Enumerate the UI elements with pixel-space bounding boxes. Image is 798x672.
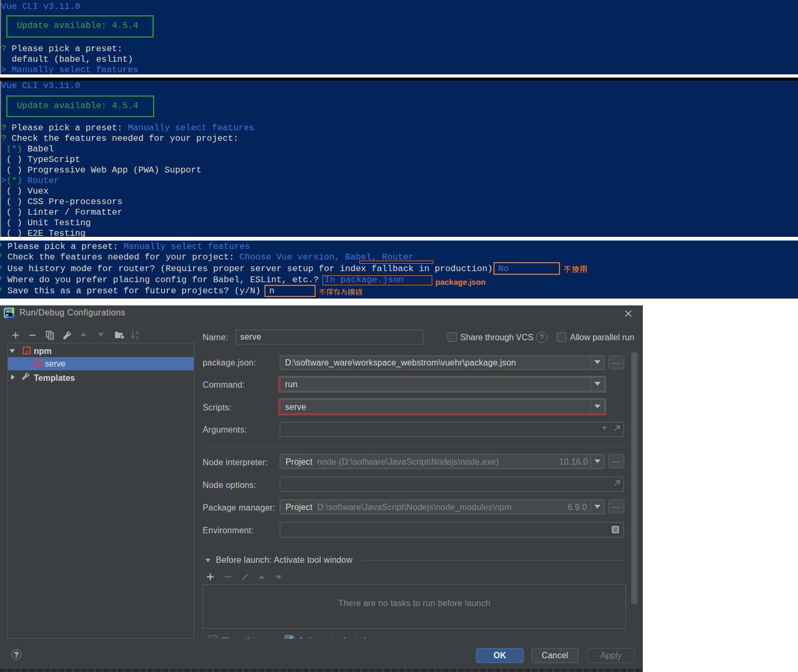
svg-text:z: z [136,334,138,340]
